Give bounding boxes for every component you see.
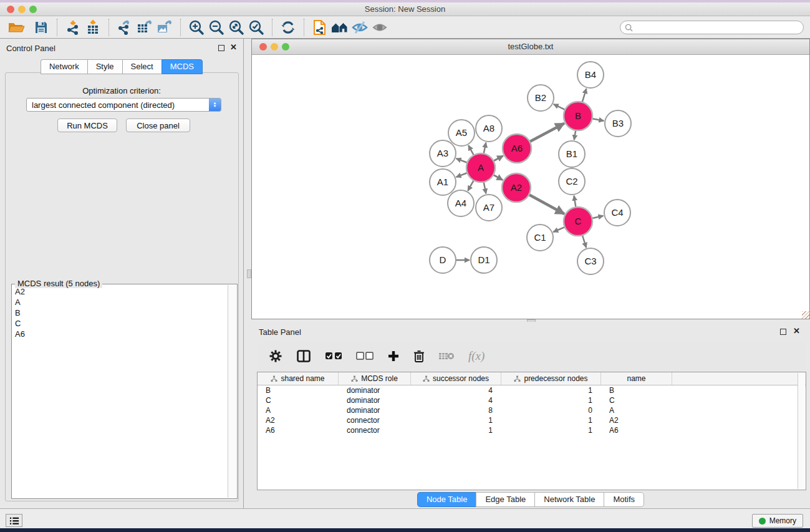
graph-node-C2[interactable]: C2 (559, 168, 585, 195)
tab-motifs[interactable]: Motifs (604, 492, 644, 507)
close-panel-icon[interactable]: ✕ (230, 42, 237, 52)
column-header-successor-nodes[interactable]: successor nodes (411, 372, 501, 385)
delete-column-button[interactable] (413, 350, 425, 363)
graph-node-C[interactable]: C (564, 207, 592, 236)
graph-node-B2[interactable]: B2 (528, 85, 554, 111)
mcds-result-item[interactable]: A2 (12, 286, 228, 297)
tab-node-table[interactable]: Node Table (417, 492, 476, 507)
graph-node-C3[interactable]: C3 (577, 248, 604, 274)
graph-node-A4[interactable]: A4 (448, 190, 474, 216)
table-close-icon[interactable]: ✕ (793, 326, 800, 336)
save-session-button[interactable] (31, 17, 51, 37)
tab-mcds[interactable]: MCDS (162, 59, 203, 74)
table-row[interactable]: A6connector11A6 (258, 425, 806, 435)
graph-node-D1[interactable]: D1 (471, 247, 497, 273)
graph-node-A1[interactable]: A1 (430, 169, 456, 195)
open-session-button[interactable] (6, 17, 26, 37)
splitter-grip-vertical[interactable] (247, 269, 251, 278)
tab-select[interactable]: Select (122, 59, 162, 74)
float-panel-icon[interactable] (218, 45, 224, 51)
table-settings-button[interactable] (269, 349, 282, 363)
import-table-button[interactable] (83, 17, 103, 37)
graph-node-B3[interactable]: B3 (605, 110, 631, 137)
graph-node-A6[interactable]: A6 (503, 134, 531, 163)
graph-edge-A-A8[interactable] (483, 143, 486, 155)
column-header-shared-name[interactable]: shared name (258, 372, 339, 385)
add-column-button[interactable] (387, 350, 400, 362)
search-input[interactable] (633, 22, 803, 33)
graph-edge-B-B3[interactable] (592, 118, 604, 121)
tab-network-table[interactable]: Network Table (534, 492, 604, 507)
graph-edge-C-C1[interactable] (553, 227, 566, 232)
graph-node-A7[interactable]: A7 (476, 195, 502, 221)
table-scrollbar[interactable] (798, 373, 805, 489)
zoom-out-button[interactable] (206, 17, 226, 37)
export-table-button[interactable] (135, 17, 155, 37)
column-header-label: MCDS role (361, 374, 398, 383)
mcds-result-item[interactable]: A (12, 297, 228, 307)
graph-node-A2[interactable]: A2 (502, 173, 531, 202)
criterion-dropdown[interactable]: largest connected component (directed) ▲… (26, 98, 221, 112)
zoom-selected-button[interactable] (246, 17, 266, 37)
select-all-button[interactable] (325, 352, 342, 360)
graph-edge-A-A4[interactable] (468, 180, 474, 191)
close-panel-button[interactable]: Close panel (126, 118, 190, 132)
graph-edge-A-A5[interactable] (468, 145, 474, 156)
graph-edge-C-C2[interactable] (574, 196, 576, 208)
memory-button[interactable]: Memory (752, 514, 803, 528)
mcds-result-item[interactable]: A6 (12, 329, 228, 339)
window-resize-handle[interactable] (802, 311, 809, 319)
table-row[interactable]: Bdominator41B (258, 385, 806, 395)
run-mcds-button[interactable]: Run MCDS (57, 118, 117, 132)
export-image-button[interactable] (155, 17, 175, 37)
graph-edge-A-A3[interactable] (456, 158, 468, 163)
graph-edge-C-C4[interactable] (591, 216, 603, 218)
network-canvas[interactable]: B4B2BB3A5A8A6B1A3AC2A1A2A4A7C4CC1DD1C3 (252, 55, 809, 319)
column-header-name[interactable]: name (601, 372, 672, 385)
graph-node-B4[interactable]: B4 (577, 62, 604, 88)
graph-node-C4[interactable]: C4 (604, 200, 630, 226)
graph-edge-B-B2[interactable] (554, 104, 566, 110)
home-button[interactable] (330, 17, 350, 37)
graph-edge-A-A2[interactable] (493, 175, 503, 180)
deselect-all-button[interactable] (356, 352, 374, 360)
graph-node-B[interactable]: B (564, 102, 592, 130)
graph-node-B1[interactable]: B1 (559, 141, 585, 167)
graph-node-D[interactable]: D (430, 247, 456, 273)
zoom-fit-button[interactable] (226, 17, 246, 37)
import-network-button[interactable] (63, 17, 83, 37)
graph-edge-B-B4[interactable] (582, 89, 586, 103)
graph-edge-A-A1[interactable] (456, 173, 468, 177)
share-document-button[interactable] (310, 17, 330, 37)
graph-node-C1[interactable]: C1 (527, 225, 553, 251)
column-header-MCDS-role[interactable]: MCDS role (339, 372, 411, 385)
table-float-icon[interactable] (780, 329, 786, 335)
graph-node-A5[interactable]: A5 (448, 120, 475, 146)
graph-edge-A-A7[interactable] (483, 181, 486, 194)
task-history-button[interactable] (6, 514, 22, 527)
mcds-result-item[interactable]: B (12, 307, 228, 318)
result-scrollbar[interactable] (228, 285, 236, 498)
eye-button[interactable] (370, 17, 390, 37)
graph-edge-C-C3[interactable] (582, 235, 587, 248)
tab-network[interactable]: Network (41, 59, 87, 74)
tab-style[interactable]: Style (87, 59, 122, 74)
table-row[interactable]: Adominator80A (258, 405, 806, 415)
graph-edge-A-A6[interactable] (493, 156, 503, 162)
column-header-predecessor-nodes[interactable]: predecessor nodes (501, 372, 601, 385)
table-row[interactable]: A2connector11A2 (258, 415, 806, 425)
graph-node-A3[interactable]: A3 (430, 140, 456, 167)
table-row[interactable]: Cdominator41C (258, 395, 806, 405)
graph-edge-A6-B[interactable] (529, 123, 564, 142)
hide-unhide-button[interactable] (350, 17, 370, 37)
tab-edge-table[interactable]: Edge Table (476, 492, 534, 507)
refresh-button[interactable] (278, 17, 298, 37)
export-network-button[interactable] (115, 17, 135, 37)
graph-node-A8[interactable]: A8 (476, 115, 502, 142)
graph-edge-B-B1[interactable] (574, 130, 576, 140)
graph-edge-A2-C[interactable] (528, 195, 564, 214)
graph-node-A[interactable]: A (466, 153, 495, 182)
mcds-result-item[interactable]: C (12, 318, 228, 329)
zoom-in-button[interactable] (186, 17, 206, 37)
toggle-columns-button[interactable] (296, 349, 311, 363)
